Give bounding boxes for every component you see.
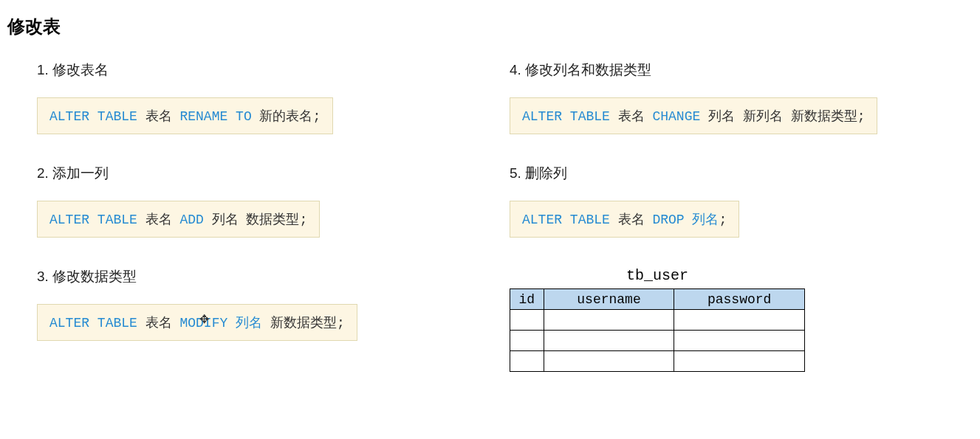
code-token: ; bbox=[719, 212, 727, 227]
item-2-text: 添加一列 bbox=[52, 165, 109, 181]
th-username: username bbox=[544, 289, 674, 310]
table-row bbox=[510, 331, 805, 351]
item-1-text: 修改表名 bbox=[52, 62, 109, 77]
table-cell bbox=[674, 310, 805, 331]
th-id: id bbox=[510, 289, 544, 310]
item-4-num: 4. bbox=[510, 62, 521, 77]
item-5: 5. 删除列 ALTER TABLE 表名 DROP 列名; bbox=[510, 164, 967, 238]
th-password: password bbox=[674, 289, 805, 310]
code-token: TO bbox=[236, 109, 252, 124]
item-1-num: 1. bbox=[37, 62, 49, 77]
item-3-label: 3. 修改数据类型 bbox=[37, 267, 450, 286]
code-token: 新数据类型; bbox=[262, 316, 345, 331]
code-block-5: ALTER TABLE 表名 DROP 列名; bbox=[510, 201, 739, 238]
code-token: 表名 bbox=[610, 212, 653, 227]
code-token: 列名 数据类型; bbox=[204, 212, 307, 227]
item-5-num: 5. bbox=[510, 165, 521, 181]
table-cell bbox=[510, 351, 544, 372]
code-token: 表名 bbox=[137, 212, 180, 227]
table-cell bbox=[510, 310, 544, 331]
item-2-num: 2. bbox=[37, 165, 49, 181]
code-token: MODIFY bbox=[179, 316, 227, 331]
code-token bbox=[227, 316, 236, 331]
code-token bbox=[227, 109, 236, 124]
table-cell bbox=[510, 331, 544, 351]
code-token: DROP bbox=[652, 212, 684, 227]
code-token: 表名 bbox=[610, 109, 653, 124]
item-2-label: 2. 添加一列 bbox=[37, 164, 450, 183]
item-3-num: 3. bbox=[37, 269, 49, 284]
page-title: 修改表 bbox=[7, 15, 973, 38]
item-4-label: 4. 修改列名和数据类型 bbox=[510, 61, 967, 80]
table-cell bbox=[544, 351, 674, 372]
code-block-2: ALTER TABLE 表名 ADD 列名 数据类型; bbox=[37, 201, 320, 238]
code-block-3: ALTER TABLE 表名 MODIFY 列名 新数据类型; bbox=[37, 304, 357, 341]
left-column: 1. 修改表名 ALTER TABLE 表名 RENAME TO 新的表名; 2… bbox=[37, 61, 450, 372]
code-token: 列名 新列名 新数据类型; bbox=[700, 109, 865, 124]
table-cell bbox=[544, 331, 674, 351]
item-4-text: 修改列名和数据类型 bbox=[525, 62, 651, 77]
table-header-row: id username password bbox=[510, 289, 805, 310]
code-token: 列名 bbox=[692, 212, 719, 227]
code-token: TABLE bbox=[97, 316, 137, 331]
code-block-4: ALTER TABLE 表名 CHANGE 列名 新列名 新数据类型; bbox=[510, 97, 877, 134]
item-2: 2. 添加一列 ALTER TABLE 表名 ADD 列名 数据类型; bbox=[37, 164, 450, 238]
table-cell bbox=[674, 351, 805, 372]
code-token bbox=[562, 212, 570, 227]
item-5-text: 删除列 bbox=[525, 165, 567, 181]
item-4: 4. 修改列名和数据类型 ALTER TABLE 表名 CHANGE 列名 新列… bbox=[510, 61, 967, 134]
code-token: TABLE bbox=[570, 109, 610, 124]
code-token: 新的表名; bbox=[252, 109, 321, 124]
table-title: tb_user bbox=[510, 267, 805, 284]
item-1: 1. 修改表名 ALTER TABLE 表名 RENAME TO 新的表名; bbox=[37, 61, 450, 134]
code-token bbox=[562, 109, 570, 124]
item-3-text: 修改数据类型 bbox=[52, 269, 137, 284]
code-token: TABLE bbox=[570, 212, 610, 227]
item-3: 3. 修改数据类型 ALTER TABLE 表名 MODIFY 列名 新数据类型… bbox=[37, 267, 450, 341]
code-token: RENAME bbox=[179, 109, 227, 124]
item-1-label: 1. 修改表名 bbox=[37, 61, 450, 80]
code-token: 表名 bbox=[137, 316, 180, 331]
code-token bbox=[89, 212, 97, 227]
code-token bbox=[685, 212, 693, 227]
code-token: ALTER bbox=[49, 109, 89, 124]
content-columns: 1. 修改表名 ALTER TABLE 表名 RENAME TO 新的表名; 2… bbox=[7, 61, 973, 372]
code-token bbox=[89, 316, 97, 331]
code-token: TABLE bbox=[97, 109, 137, 124]
code-token: ALTER bbox=[522, 212, 562, 227]
code-token bbox=[89, 109, 97, 124]
schema-table: id username password bbox=[510, 288, 805, 372]
code-token: TABLE bbox=[97, 212, 137, 227]
right-column: 4. 修改列名和数据类型 ALTER TABLE 表名 CHANGE 列名 新列… bbox=[510, 61, 967, 372]
code-token: ALTER bbox=[522, 109, 562, 124]
table-cell bbox=[674, 331, 805, 351]
code-token: 表名 bbox=[137, 109, 180, 124]
table-section: tb_user id username password bbox=[510, 267, 967, 372]
code-token: ALTER bbox=[49, 212, 89, 227]
code-token: 列名 bbox=[236, 316, 262, 331]
table-row bbox=[510, 351, 805, 372]
code-token: CHANGE bbox=[652, 109, 700, 124]
table-row bbox=[510, 310, 805, 331]
table-cell bbox=[544, 310, 674, 331]
table-body bbox=[510, 310, 805, 372]
code-token: ALTER bbox=[49, 316, 89, 331]
item-5-label: 5. 删除列 bbox=[510, 164, 967, 183]
code-block-1: ALTER TABLE 表名 RENAME TO 新的表名; bbox=[37, 97, 333, 134]
code-token: ADD bbox=[179, 212, 203, 227]
